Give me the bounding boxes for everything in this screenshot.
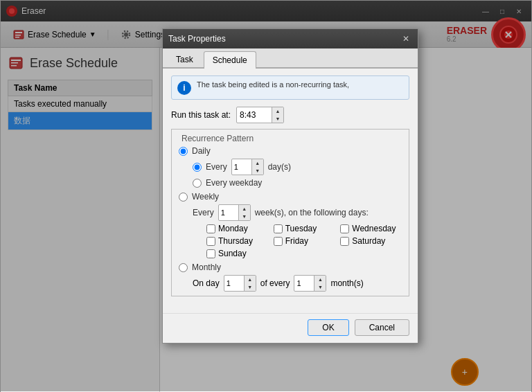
on-day-label: On day xyxy=(193,278,220,288)
week-count-spinner[interactable]: ▲ ▼ xyxy=(218,204,251,221)
task-properties-dialog: Task Properties ✕ Task Schedule i The ta… xyxy=(162,28,418,344)
tuesday-label[interactable]: Tuesday xyxy=(285,224,317,233)
every-weekday-label[interactable]: Every weekday xyxy=(206,178,262,188)
month-count-spinners: ▲ ▼ xyxy=(314,276,326,291)
every-day-radio[interactable] xyxy=(193,163,202,172)
run-task-label: Run this task at: xyxy=(171,110,231,120)
dialog-footer: OK Cancel xyxy=(163,313,418,343)
weeks-label: week(s), on the following days: xyxy=(255,208,369,217)
wednesday-checkbox[interactable] xyxy=(340,224,349,233)
tab-task[interactable]: Task xyxy=(167,51,202,67)
info-text: The task being edited is a non-recurring… xyxy=(197,80,349,89)
monthly-label[interactable]: Monthly xyxy=(192,262,221,272)
time-input[interactable]: ▲ ▼ xyxy=(236,107,284,123)
months-label: month(s) xyxy=(330,278,363,288)
tab-schedule[interactable]: Schedule xyxy=(204,51,256,69)
month-count-up-btn[interactable]: ▲ xyxy=(314,276,326,283)
cancel-button[interactable]: Cancel xyxy=(355,319,409,336)
daily-radio-row: Daily xyxy=(179,146,402,156)
week-down-btn[interactable]: ▼ xyxy=(239,213,250,220)
monday-checkbox-row: Monday xyxy=(206,224,268,233)
weekly-radio-row: Weekly xyxy=(179,192,402,202)
monthly-radio[interactable] xyxy=(179,263,188,272)
dialog-title-bar: Task Properties ✕ xyxy=(163,29,418,48)
month-day-spinners: ▲ ▼ xyxy=(244,276,256,291)
month-day-spinner[interactable]: ▲ ▼ xyxy=(224,275,256,292)
monday-checkbox[interactable] xyxy=(206,224,215,233)
day-down-btn[interactable]: ▼ xyxy=(252,167,263,175)
of-every-label: of every xyxy=(260,278,290,288)
thursday-label[interactable]: Thursday xyxy=(218,236,253,246)
ok-button[interactable]: OK xyxy=(308,319,348,336)
dialog-close-button[interactable]: ✕ xyxy=(400,33,412,44)
main-window: Eraser — □ ✕ Erase Schedule ▼ | Settin xyxy=(0,0,532,392)
tuesday-checkbox[interactable] xyxy=(274,224,283,233)
daily-label[interactable]: Daily xyxy=(192,146,211,156)
week-count-input[interactable] xyxy=(219,208,238,217)
weekly-sub-group: Every ▲ ▼ week(s), on the following days… xyxy=(193,204,402,258)
weekly-radio[interactable] xyxy=(179,193,188,202)
dialog-tabs: Task Schedule xyxy=(163,48,418,69)
thursday-checkbox-row: Thursday xyxy=(206,236,268,246)
sunday-checkbox-row: Sunday xyxy=(206,249,268,258)
recurrence-legend: Recurrence Pattern xyxy=(179,134,402,143)
time-down-button[interactable]: ▼ xyxy=(272,115,283,123)
monthly-sub-row: On day ▲ ▼ of every ▲ ▼ xyxy=(193,275,402,292)
month-day-input[interactable] xyxy=(224,278,244,288)
thursday-checkbox[interactable] xyxy=(206,237,215,246)
every-day-row: Every ▲ ▼ day(s) xyxy=(193,159,402,175)
dialog-content: i The task being edited is a non-recurri… xyxy=(163,69,418,309)
friday-checkbox-row: Friday xyxy=(274,236,335,246)
month-day-up-btn[interactable]: ▲ xyxy=(245,276,256,283)
every-weekday-radio[interactable] xyxy=(193,179,202,188)
day-checkboxes: Monday Tuesday Wednesday Thursday xyxy=(206,224,402,258)
day-up-btn[interactable]: ▲ xyxy=(252,159,263,167)
month-day-down-btn[interactable]: ▼ xyxy=(245,283,256,291)
saturday-label[interactable]: Saturday xyxy=(352,236,385,246)
wednesday-label[interactable]: Wednesday xyxy=(352,224,396,233)
time-field[interactable] xyxy=(237,109,272,121)
time-up-button[interactable]: ▲ xyxy=(272,107,283,115)
tuesday-checkbox-row: Tuesday xyxy=(274,224,335,233)
every-label: Every xyxy=(206,162,227,172)
friday-label[interactable]: Friday xyxy=(285,236,308,246)
friday-checkbox[interactable] xyxy=(274,237,283,246)
day-count-spinner[interactable]: ▲ ▼ xyxy=(231,159,264,175)
weekly-label[interactable]: Weekly xyxy=(192,192,219,202)
week-spinners: ▲ ▼ xyxy=(238,205,250,220)
sunday-checkbox[interactable] xyxy=(206,249,215,258)
days-label: day(s) xyxy=(268,162,291,172)
week-up-btn[interactable]: ▲ xyxy=(239,205,250,213)
month-count-spinner[interactable]: ▲ ▼ xyxy=(294,275,326,292)
daily-radio[interactable] xyxy=(179,147,188,156)
run-task-row: Run this task at: ▲ ▼ xyxy=(171,107,409,123)
saturday-checkbox-row: Saturday xyxy=(340,236,402,246)
every-weekday-row: Every weekday xyxy=(193,178,402,188)
wednesday-checkbox-row: Wednesday xyxy=(340,224,402,233)
dialog-title: Task Properties xyxy=(168,34,226,44)
day-spinners: ▲ ▼ xyxy=(251,159,263,175)
monthly-radio-row: Monthly xyxy=(179,262,402,272)
month-count-input[interactable] xyxy=(294,278,314,288)
daily-sub-group: Every ▲ ▼ day(s) Every week xyxy=(193,159,402,188)
saturday-checkbox[interactable] xyxy=(340,237,349,246)
time-spinners: ▲ ▼ xyxy=(272,107,283,123)
monday-label[interactable]: Monday xyxy=(218,224,248,233)
sunday-label[interactable]: Sunday xyxy=(218,249,247,258)
day-count-input[interactable] xyxy=(232,162,251,172)
info-icon: i xyxy=(177,81,191,95)
recurrence-group: Recurrence Pattern Daily Every ▲ xyxy=(171,129,409,296)
every-week-row: Every ▲ ▼ week(s), on the following days… xyxy=(193,204,402,221)
every-week-label: Every xyxy=(193,208,214,217)
month-count-down-btn[interactable]: ▼ xyxy=(314,283,326,291)
info-box: i The task being edited is a non-recurri… xyxy=(171,75,409,100)
